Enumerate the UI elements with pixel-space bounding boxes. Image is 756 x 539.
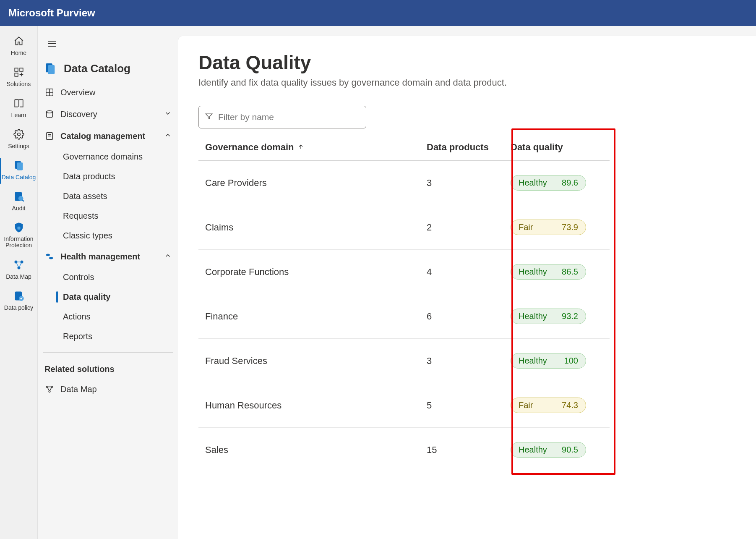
main-area: Data Quality Identify and fix data quali… xyxy=(178,26,756,539)
content-card: Data Quality Identify and fix data quali… xyxy=(178,36,756,539)
quality-score: 90.5 xyxy=(562,445,578,455)
rail-data-map[interactable]: Data Map xyxy=(0,255,38,286)
table-row[interactable]: Claims2Fair73.9 xyxy=(198,205,610,250)
filter-input-wrap[interactable] xyxy=(198,106,366,128)
rail-info-protect[interactable]: Information Protection xyxy=(0,217,38,255)
nav-reports[interactable]: Reports xyxy=(41,327,175,346)
rail-settings[interactable]: Settings xyxy=(0,124,38,155)
row-products: 15 xyxy=(427,445,511,455)
nav-related-data-map[interactable]: Data Map xyxy=(41,378,175,400)
page-subtitle: Identify and fix data quality issues by … xyxy=(198,77,736,88)
nav-toggle[interactable] xyxy=(44,35,60,52)
app-header: Microsoft Purview xyxy=(0,0,756,26)
quality-badge: Fair74.3 xyxy=(511,398,586,413)
rail-data-catalog[interactable]: Data Catalog xyxy=(0,155,38,186)
table-row[interactable]: Finance6Healthy93.2 xyxy=(198,294,610,339)
row-domain: Human Resources xyxy=(205,400,427,411)
grid-icon xyxy=(13,66,25,78)
rail-label: Learn xyxy=(11,112,26,118)
row-domain: Care Providers xyxy=(205,178,427,188)
nav-controls[interactable]: Controls xyxy=(41,267,175,287)
chevron-up-icon xyxy=(164,131,172,141)
nav-data-quality[interactable]: Data quality xyxy=(41,287,175,307)
row-products: 2 xyxy=(427,222,511,233)
row-quality: Healthy86.5 xyxy=(511,264,603,280)
rail-learn[interactable]: Learn xyxy=(0,93,38,124)
quality-badge: Healthy100 xyxy=(511,353,586,369)
rail-label: Home xyxy=(11,50,26,56)
rail-label: Solutions xyxy=(7,81,31,87)
quality-badge: Fair73.9 xyxy=(511,220,586,235)
side-nav: Data Catalog Overview Discovery Catalog … xyxy=(38,26,178,539)
row-products: 6 xyxy=(427,311,511,322)
col-domain[interactable]: Governance domain xyxy=(205,142,427,153)
rail-audit[interactable]: Audit xyxy=(0,186,38,217)
quality-score: 89.6 xyxy=(562,178,578,188)
gear-icon xyxy=(13,128,25,140)
rail-solutions[interactable]: Solutions xyxy=(0,62,38,93)
nav-data-assets[interactable]: Data assets xyxy=(41,186,175,206)
row-domain: Fraud Services xyxy=(205,356,427,366)
nav-classic-types[interactable]: Classic types xyxy=(41,226,175,246)
book-icon xyxy=(13,97,25,109)
col-products[interactable]: Data products xyxy=(427,142,511,153)
dq-table: Governance domain Data products Data qua… xyxy=(198,134,610,472)
quality-label: Healthy xyxy=(519,178,547,188)
rail-label: Information Protection xyxy=(2,236,36,249)
catalog-icon xyxy=(44,61,58,76)
nav-discovery[interactable]: Discovery xyxy=(41,103,175,125)
svg-rect-1 xyxy=(20,68,23,71)
svg-point-23 xyxy=(49,391,50,392)
nav-actions[interactable]: Actions xyxy=(41,307,175,327)
nav-title: Data Catalog xyxy=(41,60,175,81)
catalog-icon xyxy=(13,160,25,171)
overview-icon xyxy=(44,87,55,97)
sort-asc-icon xyxy=(297,142,304,153)
table-row[interactable]: Corporate Functions4Healthy86.5 xyxy=(198,250,610,294)
quality-badge: Healthy93.2 xyxy=(511,309,586,324)
row-domain: Finance xyxy=(205,311,427,322)
nav-label: Overview xyxy=(60,88,95,97)
nav-catalog-mgmt[interactable]: Catalog management xyxy=(41,125,175,147)
nav-requests[interactable]: Requests xyxy=(41,206,175,226)
svg-point-19 xyxy=(46,254,50,256)
row-quality: Healthy90.5 xyxy=(511,442,603,458)
app-title: Microsoft Purview xyxy=(8,7,95,19)
svg-point-11 xyxy=(17,266,20,269)
chevron-down-icon xyxy=(164,110,172,119)
table-row[interactable]: Sales15Healthy90.5 xyxy=(198,428,610,472)
table-row[interactable]: Care Providers3Healthy89.6 xyxy=(198,161,610,205)
rail-home[interactable]: Home xyxy=(0,31,38,62)
rail-label: Data policy xyxy=(4,304,33,311)
divider xyxy=(43,352,173,353)
table-row[interactable]: Fraud Services3Healthy100 xyxy=(198,339,610,383)
svg-point-17 xyxy=(47,111,53,113)
row-domain: Claims xyxy=(205,222,427,233)
left-rail: Home Solutions Learn Settings Data Catal… xyxy=(0,26,38,539)
svg-point-22 xyxy=(51,386,53,388)
quality-label: Fair xyxy=(519,400,533,410)
nav-overview[interactable]: Overview xyxy=(41,81,175,103)
rail-label: Data Map xyxy=(6,273,31,280)
table-row[interactable]: Human Resources5Fair74.3 xyxy=(198,383,610,428)
discovery-icon xyxy=(44,109,55,119)
rail-label: Audit xyxy=(12,205,26,212)
health-icon xyxy=(44,251,55,262)
page-title: Data Quality xyxy=(198,51,736,74)
quality-badge: Healthy86.5 xyxy=(511,264,586,280)
nav-gov-domains[interactable]: Governance domains xyxy=(41,147,175,167)
nav-data-products[interactable]: Data products xyxy=(41,167,175,186)
quality-badge: Healthy89.6 xyxy=(511,175,586,191)
filter-input[interactable] xyxy=(218,112,360,122)
quality-label: Fair xyxy=(519,222,533,232)
col-quality[interactable]: Data quality xyxy=(511,142,603,153)
quality-label: Healthy xyxy=(519,356,547,366)
data-map-icon xyxy=(13,259,25,271)
nav-health-mgmt[interactable]: Health management xyxy=(41,246,175,267)
row-quality: Healthy89.6 xyxy=(511,175,603,191)
svg-rect-0 xyxy=(15,68,18,71)
rail-label: Data Catalog xyxy=(2,174,36,181)
quality-score: 73.9 xyxy=(562,222,578,232)
rail-data-policy[interactable]: Data policy xyxy=(0,286,38,317)
quality-score: 74.3 xyxy=(562,400,578,410)
